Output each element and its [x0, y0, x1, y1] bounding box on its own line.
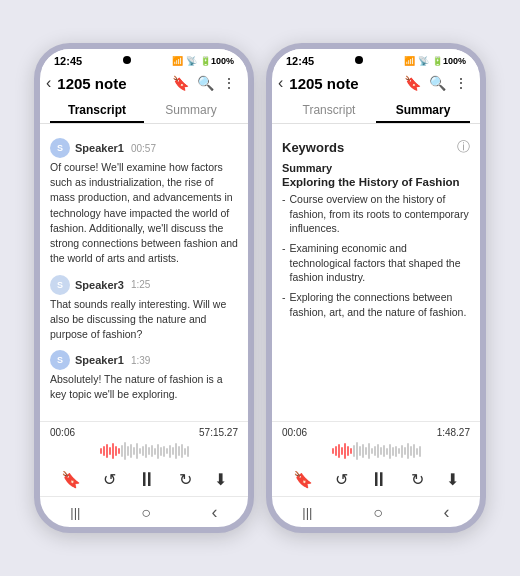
wb2 [392, 447, 394, 456]
player-controls-1: 🔖 ↺ ⏸ ↻ ⬇ [50, 464, 238, 493]
tab-summary-2[interactable]: Summary [376, 97, 470, 123]
keywords-title: Keywords [282, 140, 344, 155]
wb2 [419, 446, 421, 457]
nav-bar-1: ||| ○ ‹ [40, 496, 248, 527]
wb2 [371, 448, 373, 454]
page-title-2: 1205 note [289, 75, 398, 92]
nav-home-1[interactable]: ○ [141, 504, 151, 522]
transcript-text-1: That sounds really interesting. Will we … [50, 297, 238, 343]
tab-transcript-1[interactable]: Transcript [50, 97, 144, 123]
bookmark-control-1[interactable]: 🔖 [61, 470, 81, 489]
more-icon-2[interactable]: ⋮ [452, 73, 470, 93]
wb [106, 444, 108, 458]
wb2 [350, 448, 352, 454]
battery-icon-2: 🔋100% [432, 56, 466, 66]
player-times-1: 00:06 57:15.27 [50, 427, 238, 438]
save-control-2[interactable]: ⬇ [446, 470, 459, 489]
wb [127, 446, 129, 456]
page-title-1: 1205 note [57, 75, 166, 92]
speaker-name-2: Speaker1 [75, 354, 124, 366]
wb2 [359, 446, 361, 456]
bullet-text-0: Course overview on the history of fashio… [290, 192, 471, 236]
wb [121, 445, 123, 457]
speaker-time-0: 00:57 [131, 143, 156, 154]
nav-bar-2: ||| ○ ‹ [272, 496, 480, 527]
wb [151, 445, 153, 457]
wb [142, 446, 144, 456]
wb2 [344, 443, 346, 459]
nav-home-2[interactable]: ○ [373, 504, 383, 522]
phone-transcript: 12:45 📶 📡 🔋100% ‹ 1205 note 🔖 🔍 ⋮ Transc… [34, 43, 254, 533]
rewind-control-1[interactable]: ↺ [103, 470, 116, 489]
forward-control-1[interactable]: ↻ [179, 470, 192, 489]
wb [154, 448, 156, 455]
search-icon-2[interactable]: 🔍 [427, 73, 448, 93]
tab-summary-1[interactable]: Summary [144, 97, 238, 123]
rewind-control-2[interactable]: ↺ [335, 470, 348, 489]
waveform-2 [282, 440, 470, 462]
status-bar-2: 12:45 📶 📡 🔋100% [272, 49, 480, 69]
wb [133, 447, 135, 455]
wb2 [380, 447, 382, 455]
player-controls-2: 🔖 ↺ ⏸ ↻ ⬇ [282, 464, 470, 493]
status-icons-1: 📶 📡 🔋100% [172, 56, 234, 66]
tab-transcript-2[interactable]: Transcript [282, 97, 376, 123]
wb [112, 443, 114, 459]
pause-control-2[interactable]: ⏸ [369, 468, 389, 491]
wb [136, 443, 138, 459]
back-button-1[interactable]: ‹ [46, 74, 51, 92]
notch-1 [123, 56, 131, 64]
wb2 [356, 442, 358, 460]
bookmark-header-icon-1[interactable]: 🔖 [170, 73, 191, 93]
header-2: ‹ 1205 note 🔖 🔍 ⋮ [272, 69, 480, 97]
notch-2 [355, 56, 363, 64]
status-bar-1: 12:45 📶 📡 🔋100% [40, 49, 248, 69]
pause-control-1[interactable]: ⏸ [137, 468, 157, 491]
wb [157, 444, 159, 459]
wb [166, 448, 168, 454]
wb2 [407, 443, 409, 459]
wb2 [404, 447, 406, 455]
summary-content: Keywords ⓘ Summary Exploring the History… [272, 124, 480, 421]
wb [181, 444, 183, 458]
wb [109, 447, 111, 455]
nav-back-2[interactable]: ‹ [444, 502, 450, 523]
wb [130, 444, 132, 458]
tabs-1: Transcript Summary [40, 97, 248, 124]
bookmark-header-icon-2[interactable]: 🔖 [402, 73, 423, 93]
speaker-time-2: 1:39 [131, 355, 150, 366]
header-1: ‹ 1205 note 🔖 🔍 ⋮ [40, 69, 248, 97]
bullet-text-1: Examining economic and technological fac… [290, 241, 471, 285]
phone-summary: 12:45 📶 📡 🔋100% ‹ 1205 note 🔖 🔍 ⋮ Transc… [266, 43, 486, 533]
player-bar-2: 00:06 1:48.27 [272, 421, 480, 496]
avatar-2: S [50, 350, 70, 370]
save-control-1[interactable]: ⬇ [214, 470, 227, 489]
wb2 [341, 447, 343, 455]
wb [115, 446, 117, 456]
battery-icon: 🔋100% [200, 56, 234, 66]
forward-control-2[interactable]: ↻ [411, 470, 424, 489]
wb2 [386, 448, 388, 455]
search-icon-1[interactable]: 🔍 [195, 73, 216, 93]
player-times-2: 00:06 1:48.27 [282, 427, 470, 438]
more-icon-1[interactable]: ⋮ [220, 73, 238, 93]
bookmark-control-2[interactable]: 🔖 [293, 470, 313, 489]
transcript-text-0: Of course! We'll examine how factors suc… [50, 160, 238, 267]
nav-back-1[interactable]: ‹ [212, 502, 218, 523]
nav-menu-1[interactable]: ||| [70, 505, 80, 520]
transcript-text-2: Absolutely! The nature of fashion is a k… [50, 372, 238, 402]
summary-subtitle: Exploring the History of Fashion [282, 176, 470, 188]
wifi-icon: 📶 [172, 56, 183, 66]
wb2 [347, 446, 349, 456]
info-icon[interactable]: ⓘ [457, 138, 470, 156]
current-time-1: 00:06 [50, 427, 75, 438]
bullet-item-0: - Course overview on the history of fash… [282, 192, 470, 236]
wb [178, 446, 180, 456]
wb2 [332, 448, 334, 454]
wb2 [389, 444, 391, 459]
speaker-time-1: 1:25 [131, 279, 150, 290]
back-button-2[interactable]: ‹ [278, 74, 283, 92]
wb2 [368, 443, 370, 459]
nav-menu-2[interactable]: ||| [302, 505, 312, 520]
avatar-1: S [50, 275, 70, 295]
